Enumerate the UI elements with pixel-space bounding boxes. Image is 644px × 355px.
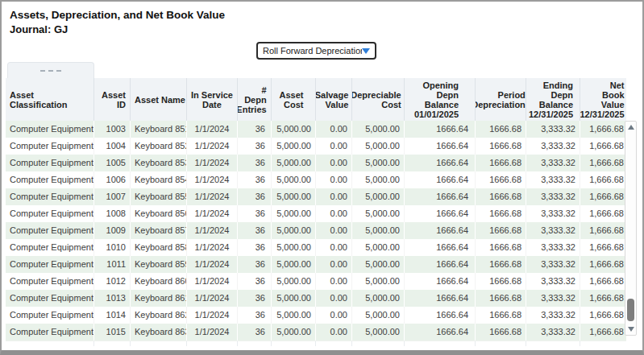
arrow-up-icon xyxy=(628,125,634,130)
journal-label: Journal: GJ xyxy=(10,23,68,35)
partial-cell xyxy=(6,341,94,346)
table-row: Computer Equipment1009Keyboard 8571/1/20… xyxy=(6,222,626,239)
column-header-depn-entries[interactable]: # Depn Entries xyxy=(238,78,272,121)
cell-opening-depn-balance: 1666.64 xyxy=(405,188,476,205)
column-header-ending-depn-balance[interactable]: Ending Depn Balance 12/31/2025 xyxy=(526,78,580,121)
partial-cell xyxy=(526,341,580,346)
report-window: Assets, Depreciation, and Net Book Value… xyxy=(0,0,644,355)
cell-period-depreciation: 1666.68 xyxy=(476,307,526,324)
cell-asset-name: Keyboard 851 xyxy=(131,121,187,138)
column-header-asset-name[interactable]: Asset Name xyxy=(131,78,187,121)
table-drag-tab[interactable] xyxy=(7,62,94,78)
cell-in-service-date: 1/1/2024 xyxy=(187,273,238,290)
cell-opening-depn-balance: 1666.64 xyxy=(405,273,476,290)
cell-asset-id: 1009 xyxy=(94,222,131,239)
table-row: Computer Equipment1007Keyboard 8551/1/20… xyxy=(6,188,626,205)
cell-depn-entries: 36 xyxy=(238,188,272,205)
cell-opening-depn-balance: 1666.64 xyxy=(405,222,476,239)
cell-depreciable-cost: 5,000.00 xyxy=(352,324,405,341)
column-header-period-depreciation[interactable]: Period Depreciation xyxy=(476,78,526,121)
cell-opening-depn-balance: 1666.64 xyxy=(405,290,476,307)
cell-depn-entries: 36 xyxy=(238,256,272,273)
cell-depn-entries: 36 xyxy=(238,290,272,307)
cell-depreciable-cost: 5,000.00 xyxy=(352,155,405,171)
cell-asset-classification: Computer Equipment xyxy=(6,239,94,256)
cell-in-service-date: 1/1/2024 xyxy=(187,188,238,205)
cell-asset-id: 1005 xyxy=(94,155,131,171)
cell-asset-cost: 5,000.00 xyxy=(272,307,316,324)
cell-depn-entries: 36 xyxy=(238,155,272,171)
column-header-net-book-value[interactable]: Net Book Value 12/31/2025 xyxy=(580,78,626,121)
report-view-select[interactable]: Roll Forward Depreciation xyxy=(256,42,376,60)
cell-depreciable-cost: 5,000.00 xyxy=(352,205,405,222)
cell-depreciable-cost: 5,000.00 xyxy=(352,121,405,138)
column-header-asset-id[interactable]: Asset ID xyxy=(94,78,131,121)
cell-net-book-value: 1,666.68 xyxy=(580,121,626,138)
cell-asset-name: Keyboard 853 xyxy=(131,155,187,171)
chevron-down-icon xyxy=(362,48,370,54)
cell-in-service-date: 1/1/2024 xyxy=(187,290,238,307)
cell-asset-id: 1010 xyxy=(94,239,131,256)
page-title: Assets, Depreciation, and Net Book Value xyxy=(10,9,225,21)
cell-asset-id: 1013 xyxy=(94,290,131,307)
scrollbar-thumb[interactable] xyxy=(627,299,634,321)
cell-opening-depn-balance: 1666.64 xyxy=(405,256,476,273)
cell-salvage-value: 0.00 xyxy=(316,256,352,273)
drag-handle-icon xyxy=(40,70,61,72)
cell-asset-classification: Computer Equipment xyxy=(6,290,94,307)
cell-salvage-value: 0.00 xyxy=(316,290,352,307)
cell-asset-id: 1008 xyxy=(94,205,131,222)
cell-asset-id: 1003 xyxy=(94,121,131,138)
cell-asset-name: Keyboard 859 xyxy=(131,256,187,273)
column-header-asset-cost[interactable]: Asset Cost xyxy=(272,78,316,121)
cell-net-book-value: 1,666.68 xyxy=(580,307,626,324)
cell-ending-depn-balance: 3,333.32 xyxy=(526,307,580,324)
cell-asset-id: 1004 xyxy=(94,138,131,155)
cell-asset-name: Keyboard 862 xyxy=(131,307,187,324)
cell-asset-classification: Computer Equipment xyxy=(6,324,94,341)
partial-cell xyxy=(238,341,272,346)
cell-depn-entries: 36 xyxy=(238,205,272,222)
cell-in-service-date: 1/1/2024 xyxy=(187,155,238,171)
scroll-down-button[interactable] xyxy=(625,324,636,334)
cell-salvage-value: 0.00 xyxy=(316,222,352,239)
table-row: Computer Equipment1010Keyboard 8581/1/20… xyxy=(6,239,626,256)
cell-asset-classification: Computer Equipment xyxy=(6,205,94,222)
cell-period-depreciation: 1666.68 xyxy=(476,324,526,341)
partial-cell xyxy=(316,341,352,346)
cell-net-book-value: 1,666.68 xyxy=(580,138,626,155)
cell-in-service-date: 1/1/2024 xyxy=(187,222,238,239)
cell-in-service-date: 1/1/2024 xyxy=(187,171,238,188)
cell-depn-entries: 36 xyxy=(238,239,272,256)
table-row: Computer Equipment1014Keyboard 8621/1/20… xyxy=(6,307,626,324)
column-header-opening-depn-balance[interactable]: Opening Depn Balance 01/01/2025 xyxy=(405,78,476,121)
cell-depreciable-cost: 5,000.00 xyxy=(352,239,405,256)
cell-asset-cost: 5,000.00 xyxy=(272,273,316,290)
cell-asset-classification: Computer Equipment xyxy=(6,273,94,290)
vertical-scrollbar[interactable] xyxy=(625,121,637,336)
cell-period-depreciation: 1666.68 xyxy=(476,171,526,188)
column-header-depreciable-cost[interactable]: Depreciable Cost xyxy=(352,78,405,121)
cell-salvage-value: 0.00 xyxy=(316,138,352,155)
cell-asset-id: 1007 xyxy=(94,188,131,205)
cell-depn-entries: 36 xyxy=(238,307,272,324)
cell-net-book-value: 1,666.68 xyxy=(580,290,626,307)
cell-depreciable-cost: 5,000.00 xyxy=(352,138,405,155)
cell-in-service-date: 1/1/2024 xyxy=(187,256,238,273)
scroll-up-button[interactable] xyxy=(625,122,636,132)
cell-asset-cost: 5,000.00 xyxy=(272,205,316,222)
cell-asset-classification: Computer Equipment xyxy=(6,307,94,324)
cell-depreciable-cost: 5,000.00 xyxy=(352,290,405,307)
table-body: Computer Equipment1003Keyboard 8511/1/20… xyxy=(6,121,626,341)
column-header-asset-classification[interactable]: Asset Classification xyxy=(6,78,94,121)
cell-asset-classification: Computer Equipment xyxy=(6,222,94,239)
cell-ending-depn-balance: 3,333.32 xyxy=(526,138,580,155)
cell-asset-classification: Computer Equipment xyxy=(6,256,94,273)
table-row: Computer Equipment1004Keyboard 8521/1/20… xyxy=(6,138,626,155)
cell-salvage-value: 0.00 xyxy=(316,324,352,341)
cell-asset-name: Keyboard 855 xyxy=(131,188,187,205)
column-header-salvage-value[interactable]: Salvage Value xyxy=(316,78,352,121)
cell-net-book-value: 1,666.68 xyxy=(580,171,626,188)
partial-cell xyxy=(131,341,187,346)
column-header-in-service-date[interactable]: In Service Date xyxy=(187,78,238,121)
